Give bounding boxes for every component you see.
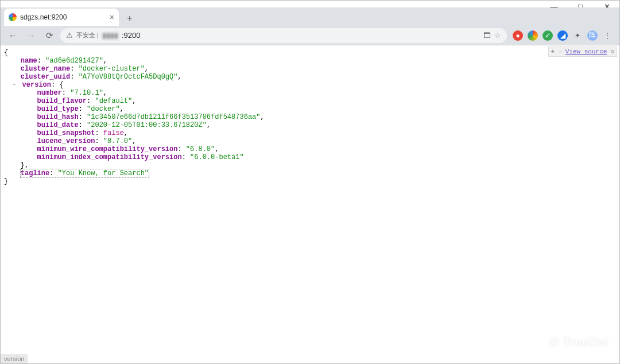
json-viewer: + – View source ⚙ { name: "ad6e6d291427"…	[1, 45, 619, 189]
back-button[interactable]: ←	[5, 28, 20, 43]
json-brace-open: {	[4, 49, 616, 57]
json-key: tagline	[21, 169, 49, 177]
json-settings-icon[interactable]: ⚙	[610, 48, 614, 56]
json-key: build_type	[37, 105, 79, 113]
json-key: lucene_version	[37, 137, 95, 145]
bookmark-star-icon[interactable]: ☆	[494, 31, 501, 40]
extension-icon-3[interactable]: ✓	[542, 30, 553, 41]
watermark-text: TrueDei	[563, 334, 608, 350]
json-value: false	[103, 129, 124, 137]
collapse-all-button[interactable]: –	[558, 48, 562, 56]
json-key: cluster_uuid	[21, 73, 70, 81]
security-label: 不安全 |	[76, 31, 99, 40]
reload-button[interactable]: ⟳	[42, 28, 57, 43]
json-key: build_snapshot	[37, 129, 95, 137]
json-value: "ad6e6d291427"	[45, 57, 103, 65]
json-value: "1c34507e66d7db1211f66f3513706fdf548736a…	[87, 113, 260, 121]
json-value: "8.7.0"	[103, 137, 132, 145]
tab-strip: sdgzs.net:9200 × +	[1, 7, 619, 26]
address-bar: ← → ⟳ ⚠ 不安全 | ▮▮▮▮ :9200 🗔 ☆ ● ✓ ◢ ✦ 阵 ⋮	[1, 26, 619, 45]
wechat-icon: ⊚	[548, 335, 558, 350]
tab-title: sdgzs.net:9200	[20, 13, 67, 21]
json-value: "2020-12-05T01:00:33.671820Z"	[87, 121, 207, 129]
highlighted-json-row: tagline: "You Know, for Search"	[21, 169, 149, 177]
translate-icon[interactable]: 🗔	[483, 31, 491, 40]
json-key: version	[22, 81, 51, 89]
watermark: ⊚ TrueDei	[548, 334, 608, 350]
new-tab-button[interactable]: +	[122, 11, 137, 26]
favicon-icon	[9, 13, 17, 21]
extension-icon-1[interactable]: ●	[513, 30, 523, 41]
json-value: "docker-cluster"	[79, 65, 145, 73]
json-key: build_flavor	[37, 97, 87, 105]
browser-menu-icon[interactable]: ⋮	[602, 30, 613, 41]
security-warning-icon: ⚠	[66, 31, 73, 40]
json-brace-close: }	[4, 177, 616, 185]
url-port: :9200	[122, 31, 141, 40]
json-key: minimum_wire_compatibility_version	[37, 145, 178, 153]
extensions-puzzle-icon[interactable]: ✦	[572, 30, 583, 41]
forward-button[interactable]: →	[24, 28, 38, 43]
url-input[interactable]: ⚠ 不安全 | ▮▮▮▮ :9200 🗔 ☆	[60, 28, 507, 43]
json-value: "docker"	[87, 105, 120, 113]
json-key: name	[21, 57, 37, 65]
json-key: number	[37, 89, 62, 97]
browser-tab[interactable]: sdgzs.net:9200 ×	[4, 9, 119, 26]
view-source-link[interactable]: View source	[565, 48, 607, 56]
url-text: ▮▮▮▮	[102, 31, 118, 40]
titlebar	[1, 1, 619, 7]
json-value: "7.10.1"	[70, 89, 103, 97]
json-key: minimum_index_compatibility_version	[37, 153, 182, 161]
status-bar: version	[1, 354, 28, 363]
profile-avatar-icon[interactable]: 阵	[587, 30, 598, 41]
tab-close-icon[interactable]: ×	[110, 13, 114, 22]
json-key: build_hash	[37, 113, 79, 121]
collapse-toggle-icon[interactable]: -	[12, 81, 18, 89]
extension-icons: ● ✓ ◢ ✦ 阵 ⋮	[510, 30, 615, 41]
json-value: "A7YoV88tQrOctcFA5Dq0gQ"	[79, 73, 178, 81]
json-value: "6.8.0"	[186, 145, 215, 153]
json-toolbar: + – View source ⚙	[548, 47, 617, 57]
expand-all-button[interactable]: +	[551, 48, 555, 56]
extension-icon-2[interactable]	[528, 30, 538, 41]
json-value: "default"	[95, 97, 132, 105]
json-value: "You Know, for Search"	[58, 169, 149, 177]
json-key: build_date	[37, 121, 79, 129]
json-key: cluster_name	[21, 65, 70, 73]
json-value: "6.0.0-beta1"	[190, 153, 244, 161]
extension-icon-4[interactable]: ◢	[557, 30, 568, 41]
